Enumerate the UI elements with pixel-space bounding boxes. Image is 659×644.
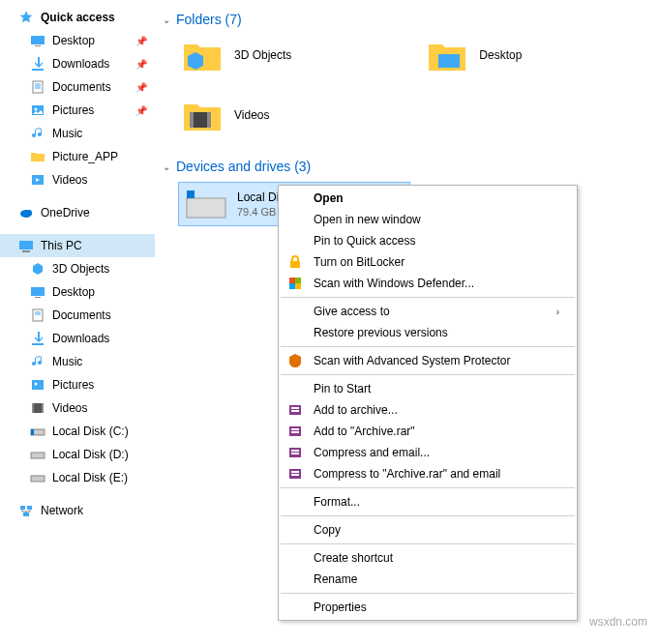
blank-icon xyxy=(286,521,304,539)
folder-label: 3D Objects xyxy=(234,48,291,62)
nav-qa-desktop[interactable]: Desktop📌 xyxy=(0,29,155,52)
blank-icon xyxy=(286,493,304,511)
ctx-label: Scan with Advanced System Protector xyxy=(314,354,559,367)
svg-rect-35 xyxy=(190,112,194,128)
folder-videos[interactable]: Videos xyxy=(182,95,269,135)
nav-label: Music xyxy=(52,127,82,140)
ctx-compress-rar-email[interactable]: Compress to "Archive.rar" and email xyxy=(279,463,577,484)
svg-rect-0 xyxy=(31,36,45,44)
svg-rect-32 xyxy=(23,512,29,516)
ctx-label: Rename xyxy=(314,572,559,586)
svg-rect-52 xyxy=(291,453,299,454)
nav-network[interactable]: Network xyxy=(0,499,155,522)
pictures-icon xyxy=(29,102,46,119)
nav-qa-videos[interactable]: Videos xyxy=(0,168,155,191)
folder-3d[interactable]: 3D Objects xyxy=(182,35,291,75)
ctx-add-archive[interactable]: Add to archive... xyxy=(279,399,577,421)
ctx-open[interactable]: Open xyxy=(279,188,577,209)
winrar-icon xyxy=(286,423,304,440)
separator xyxy=(281,346,575,347)
nav-this-pc[interactable]: This PC xyxy=(0,234,155,257)
ctx-restore-versions[interactable]: Restore previous versions xyxy=(279,322,577,343)
ctx-label: Pin to Quick access xyxy=(314,234,559,248)
ctx-pin-quick-access[interactable]: Pin to Quick access xyxy=(279,230,577,251)
videos-folder-icon xyxy=(182,95,223,135)
ctx-label: Add to "Archive.rar" xyxy=(314,424,559,438)
svg-point-22 xyxy=(35,383,38,386)
nav-tp-videos[interactable]: Videos xyxy=(0,396,155,420)
ctx-create-shortcut[interactable]: Create shortcut xyxy=(279,547,577,569)
ctx-add-archive-rar[interactable]: Add to "Archive.rar" xyxy=(279,421,577,442)
chevron-down-icon: ⌄ xyxy=(163,15,170,25)
ctx-copy[interactable]: Copy xyxy=(279,519,577,541)
music-icon xyxy=(29,125,46,142)
separator xyxy=(281,374,575,375)
3d-icon xyxy=(29,260,46,278)
ctx-open-new-window[interactable]: Open in new window xyxy=(279,209,577,230)
svg-rect-36 xyxy=(207,112,211,128)
nav-tp-desktop[interactable]: Desktop xyxy=(0,280,155,304)
ctx-label: Restore previous versions xyxy=(314,326,559,339)
drives-header[interactable]: ⌄ Devices and drives (3) xyxy=(155,155,659,182)
ctx-asp-scan[interactable]: Scan with Advanced System Protector xyxy=(279,350,577,371)
svg-point-8 xyxy=(35,108,38,111)
nav-tp-3d[interactable]: 3D Objects xyxy=(0,257,155,280)
documents-icon xyxy=(29,307,46,324)
blank-icon xyxy=(286,549,304,567)
nav-label: Quick access xyxy=(41,11,115,24)
nav-qa-downloads[interactable]: Downloads📌 xyxy=(0,52,155,75)
nav-onedrive[interactable]: OneDrive xyxy=(0,201,155,224)
nav-tp-documents[interactable]: Documents xyxy=(0,304,155,327)
nav-label: OneDrive xyxy=(41,206,90,220)
nav-qa-pictures[interactable]: Pictures📌 xyxy=(0,99,155,122)
winrar-icon xyxy=(286,465,304,483)
svg-rect-24 xyxy=(32,403,34,413)
nav-label: Network xyxy=(41,504,83,517)
nav-tp-downloads[interactable]: Downloads xyxy=(0,327,155,350)
ctx-rename[interactable]: Rename xyxy=(279,569,577,590)
nav-label: Pictures xyxy=(52,378,94,392)
pin-icon: 📌 xyxy=(135,36,147,46)
svg-rect-1 xyxy=(35,45,41,46)
ctx-label: Copy xyxy=(314,523,559,537)
nav-tp-local-e[interactable]: Local Disk (E:) xyxy=(0,466,155,489)
downloads-icon xyxy=(29,330,46,347)
drive-icon xyxy=(29,469,46,486)
ctx-compress-email[interactable]: Compress and email... xyxy=(279,442,577,463)
nav-qa-picture-app[interactable]: Picture_APP xyxy=(0,145,155,168)
ctx-label: Create shortcut xyxy=(314,551,559,565)
ctx-give-access[interactable]: Give access to› xyxy=(279,301,577,322)
bitlocker-icon xyxy=(286,253,304,271)
ctx-bitlocker[interactable]: Turn on BitLocker xyxy=(279,251,577,273)
nav-label: Desktop xyxy=(52,285,95,299)
asp-icon xyxy=(286,352,304,369)
folders-header[interactable]: ⌄ Folders (7) xyxy=(155,8,659,35)
desktop-icon xyxy=(29,283,46,301)
nav-tp-local-d[interactable]: Local Disk (D:) xyxy=(0,443,155,466)
nav-tp-local-c[interactable]: Local Disk (C:) xyxy=(0,420,155,443)
folder-icon xyxy=(29,148,46,165)
pin-icon: 📌 xyxy=(135,82,147,93)
svg-rect-40 xyxy=(289,278,295,283)
watermark: wsxdn.com xyxy=(589,615,647,629)
nav-tp-pictures[interactable]: Pictures xyxy=(0,373,155,396)
nav-tp-music[interactable]: Music xyxy=(0,350,155,373)
svg-rect-28 xyxy=(31,453,45,458)
nav-qa-documents[interactable]: Documents📌 xyxy=(0,75,155,99)
svg-point-12 xyxy=(26,210,32,216)
nav-qa-music[interactable]: Music xyxy=(0,122,155,145)
pictures-icon xyxy=(29,376,46,394)
svg-rect-29 xyxy=(31,476,45,482)
svg-rect-25 xyxy=(42,403,44,413)
separator xyxy=(281,593,575,594)
folder-desktop[interactable]: Desktop xyxy=(427,35,522,75)
ctx-defender[interactable]: Scan with Windows Defender... xyxy=(279,273,577,294)
nav-label: Picture_APP xyxy=(52,150,118,163)
nav-quick-access[interactable]: Quick access xyxy=(0,6,155,29)
ctx-properties[interactable]: Properties xyxy=(279,597,577,618)
this-pc-icon xyxy=(17,237,35,254)
ctx-format[interactable]: Format... xyxy=(279,491,577,512)
3d-folder-icon xyxy=(182,35,223,75)
folder-label: Videos xyxy=(234,108,269,122)
ctx-pin-start[interactable]: Pin to Start xyxy=(279,378,577,399)
